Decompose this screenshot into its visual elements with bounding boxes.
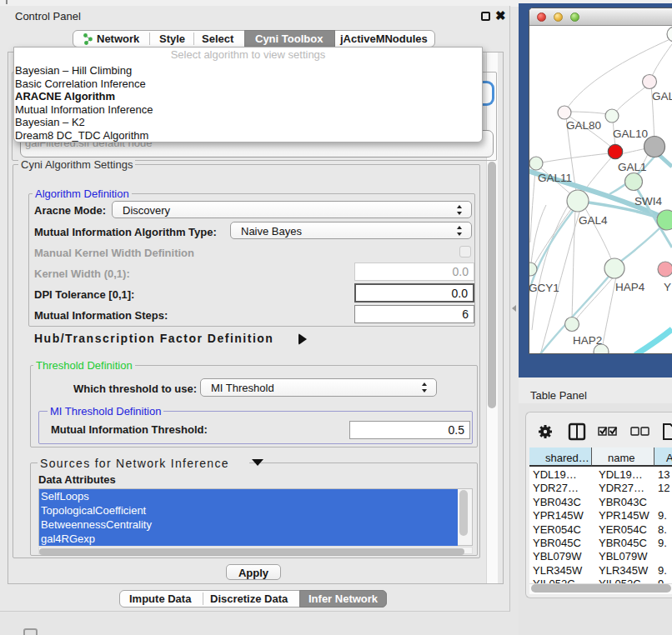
svg-text:GAL7: GAL7 <box>652 90 672 102</box>
svg-text:GAL80: GAL80 <box>566 119 601 132</box>
svg-text:SWI4: SWI4 <box>634 195 662 208</box>
svg-text:HAP2: HAP2 <box>573 334 602 347</box>
svg-text:GAL10: GAL10 <box>613 128 648 140</box>
svg-text:GCY1: GCY1 <box>529 282 559 294</box>
svg-text:HAP4: HAP4 <box>615 281 645 293</box>
svg-text:GAL11: GAL11 <box>538 172 572 184</box>
svg-text:GAL1: GAL1 <box>618 161 647 173</box>
svg-text:GAL4: GAL4 <box>579 214 608 227</box>
svg-text:Y: Y <box>664 281 671 293</box>
